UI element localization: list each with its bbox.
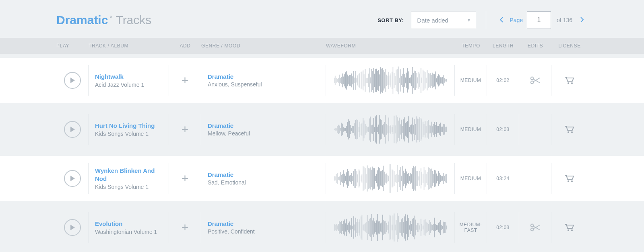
waveform[interactable] bbox=[326, 163, 455, 194]
track-length: 03:24 bbox=[487, 163, 519, 194]
track-title[interactable]: Evolution bbox=[95, 220, 162, 228]
svg-point-454 bbox=[568, 229, 569, 231]
col-genre: GENRE / MOOD bbox=[201, 43, 326, 49]
add-button[interactable]: + bbox=[182, 172, 189, 185]
waveform[interactable] bbox=[326, 114, 455, 145]
col-add: ADD bbox=[169, 43, 201, 49]
cart-icon bbox=[565, 174, 574, 182]
track-tempo: MEDIUM bbox=[455, 114, 487, 145]
play-button[interactable] bbox=[64, 170, 81, 187]
svg-point-338 bbox=[568, 180, 569, 182]
play-button[interactable] bbox=[64, 219, 81, 236]
scissors-icon bbox=[530, 76, 541, 84]
play-button[interactable] bbox=[64, 121, 81, 138]
track-title[interactable]: Wynken Blinken And Nod bbox=[95, 167, 162, 182]
svg-point-455 bbox=[571, 229, 573, 231]
pager-total: of 136 bbox=[557, 17, 572, 23]
table-row: Evolution Washingtonian Volume 1 + Drama… bbox=[0, 201, 644, 250]
track-genre[interactable]: Dramatic bbox=[208, 171, 319, 178]
sort-select[interactable]: Date added ▾ bbox=[411, 11, 476, 29]
sort-selected: Date added bbox=[417, 17, 448, 24]
track-tempo: MEDIUM bbox=[455, 65, 487, 96]
svg-point-226 bbox=[568, 131, 569, 133]
cart-icon bbox=[565, 125, 574, 133]
waveform[interactable] bbox=[326, 65, 455, 96]
page-header: Dramatic × Tracks SORT BY: Date added ▾ … bbox=[0, 0, 644, 38]
sort-label: SORT BY: bbox=[378, 17, 404, 23]
svg-point-227 bbox=[571, 131, 573, 133]
track-genre[interactable]: Dramatic bbox=[208, 220, 319, 227]
track-genre[interactable]: Dramatic bbox=[208, 73, 319, 80]
track-length: 02:03 bbox=[487, 114, 519, 145]
track-length: 02:02 bbox=[487, 65, 519, 96]
track-tempo: MEDIUM bbox=[455, 163, 487, 194]
pager-next[interactable] bbox=[576, 16, 588, 25]
title-suffix: Tracks bbox=[116, 13, 151, 27]
track-album[interactable]: Kids Songs Volume 1 bbox=[95, 184, 162, 190]
pager-prev[interactable] bbox=[496, 16, 507, 25]
track-mood: Mellow, Peaceful bbox=[208, 130, 319, 137]
track-album[interactable]: Washingtonian Volume 1 bbox=[95, 229, 162, 235]
track-album[interactable]: Acid Jazz Volume 1 bbox=[95, 82, 162, 88]
add-button[interactable]: + bbox=[182, 74, 189, 87]
cart-icon bbox=[565, 76, 574, 84]
track-mood: Anxious, Suspenseful bbox=[208, 81, 319, 88]
chevron-right-icon bbox=[580, 17, 584, 23]
play-button[interactable] bbox=[64, 72, 81, 89]
add-button[interactable]: + bbox=[182, 123, 189, 136]
edits-button bbox=[519, 163, 551, 194]
track-title[interactable]: Nightwalk bbox=[95, 73, 162, 81]
cart-icon bbox=[565, 223, 574, 232]
table-row: Hurt No Living Thing Kids Songs Volume 1… bbox=[0, 103, 644, 152]
waveform[interactable] bbox=[326, 212, 455, 243]
edits-button[interactable] bbox=[519, 65, 551, 96]
edits-button[interactable] bbox=[519, 212, 551, 243]
add-button[interactable]: + bbox=[182, 221, 189, 234]
license-button[interactable] bbox=[551, 163, 588, 194]
pager-page-label: Page bbox=[510, 17, 523, 23]
col-play: PLAY bbox=[56, 43, 89, 49]
license-button[interactable] bbox=[551, 212, 588, 243]
table-row: Wynken Blinken And Nod Kids Songs Volume… bbox=[0, 152, 644, 201]
table-row: Nightwalk Acid Jazz Volume 1 + Dramatic … bbox=[0, 54, 644, 103]
col-license: LICENSE bbox=[551, 43, 588, 49]
license-button[interactable] bbox=[551, 65, 588, 96]
pager: Page of 136 bbox=[486, 11, 588, 29]
license-button[interactable] bbox=[551, 114, 588, 145]
col-track: TRACK / ALBUM bbox=[89, 43, 169, 49]
svg-point-114 bbox=[568, 82, 569, 84]
page-title: Dramatic × Tracks bbox=[56, 13, 151, 27]
track-genre[interactable]: Dramatic bbox=[208, 122, 319, 129]
svg-point-115 bbox=[571, 82, 573, 84]
col-edits: EDITS bbox=[519, 43, 551, 49]
col-tempo: TEMPO bbox=[455, 43, 487, 49]
track-title[interactable]: Hurt No Living Thing bbox=[95, 122, 162, 130]
filter-tag[interactable]: Dramatic bbox=[56, 13, 108, 27]
chevron-left-icon bbox=[500, 17, 504, 23]
sort-group: SORT BY: Date added ▾ bbox=[378, 11, 486, 29]
col-length: LENGTH bbox=[487, 43, 519, 49]
track-mood: Sad, Emotional bbox=[208, 179, 319, 186]
scissors-icon bbox=[530, 223, 541, 232]
col-waveform: WAVEFORM bbox=[326, 43, 455, 49]
edits-button bbox=[519, 114, 551, 145]
track-album[interactable]: Kids Songs Volume 1 bbox=[95, 131, 162, 137]
svg-point-339 bbox=[571, 180, 573, 182]
track-tempo: MEDIUM-FAST bbox=[455, 212, 487, 243]
track-length: 02:03 bbox=[487, 212, 519, 243]
chevron-down-icon: ▾ bbox=[468, 17, 470, 23]
column-header: PLAY TRACK / ALBUM ADD GENRE / MOOD WAVE… bbox=[0, 38, 644, 54]
pager-input[interactable] bbox=[527, 11, 551, 29]
track-mood: Positive, Confident bbox=[208, 228, 319, 235]
close-icon[interactable]: × bbox=[109, 14, 112, 20]
